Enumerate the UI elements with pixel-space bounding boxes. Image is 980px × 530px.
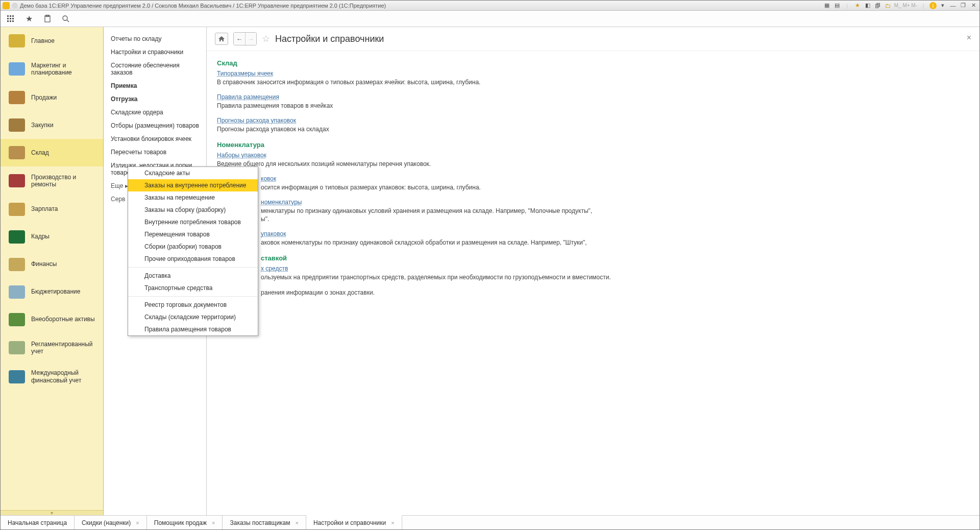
nav2-item-4[interactable]: Отгрузка (104, 92, 206, 106)
dropdown2-icon[interactable]: ▾ (939, 2, 947, 9)
nav2-item-0[interactable]: Отчеты по складу (104, 32, 206, 45)
popup-item-10[interactable]: Реестр торговых документов (128, 299, 258, 311)
star-icon[interactable]: ★ (24, 14, 34, 24)
sidebar-item-1[interactable]: Маркетинг ипланирование (1, 55, 103, 84)
sidebar-item-icon (9, 34, 25, 47)
tab-close-icon[interactable]: × (136, 520, 139, 526)
content-link[interactable]: Типоразмеры ячеек (217, 70, 273, 77)
tab-1[interactable]: Скидки (наценки)× (75, 516, 147, 529)
sidebar-item-label: Маркетинг ипланирование (31, 62, 72, 77)
tab-2[interactable]: Помощник продаж× (147, 516, 223, 529)
sidebar-scroll-down[interactable]: ▾ (1, 510, 103, 515)
nav2-item-6[interactable]: Отборы (размещения) товаров (104, 119, 206, 132)
content-link[interactable]: Наборы упаковок (217, 152, 266, 159)
popup-item-1[interactable]: Заказы на внутреннее потребление (128, 179, 258, 191)
home-button[interactable] (215, 33, 228, 45)
popup-item-2[interactable]: Заказы на перемещение (128, 191, 258, 204)
tab-3[interactable]: Заказы поставщикам× (223, 516, 306, 529)
tb-icon-4[interactable]: 🗐 (874, 2, 882, 9)
tb-icon-3[interactable]: ◧ (864, 2, 872, 9)
popup-item-5[interactable]: Перемещения товаров (128, 228, 258, 240)
sidebar-item-10[interactable]: Внеоборотные активы (1, 306, 103, 333)
sidebar-item-icon (9, 174, 25, 187)
sidebar-item-6[interactable]: Зарплата (1, 196, 103, 223)
minimize-button[interactable]: — (949, 2, 957, 9)
sidebar-item-icon (9, 285, 25, 299)
sidebar-item-5[interactable]: Производство и ремонты (1, 166, 103, 196)
sidebar-item-icon (9, 62, 25, 76)
popup-divider (128, 296, 258, 297)
popup-item-9[interactable]: Транспортные средства (128, 282, 258, 294)
favorite-icon[interactable]: ★ (853, 2, 862, 9)
nav2-item-8[interactable]: Пересчеты товаров (104, 146, 206, 159)
popup-item-4[interactable]: Внутренние потребления товаров (128, 216, 258, 228)
popup-menu: Складские актыЗаказы на внутреннее потре… (128, 166, 258, 336)
tab-0[interactable]: Начальная страница (1, 516, 75, 529)
tb-icon-5[interactable]: 🗀 (884, 2, 892, 9)
svg-point-11 (63, 16, 67, 20)
nav2-item-7[interactable]: Установки блокировок ячеек (104, 132, 206, 146)
sidebar-item-icon (9, 91, 25, 104)
sidebar-item-8[interactable]: Финансы (1, 251, 103, 278)
forward-button[interactable]: → (245, 33, 256, 45)
content-link[interactable]: Правила размещения (217, 93, 279, 101)
tab-close-icon[interactable]: × (296, 520, 299, 526)
nav2-item-3[interactable]: Приемка (104, 79, 206, 92)
popup-divider (128, 267, 258, 268)
search-icon[interactable] (61, 14, 71, 24)
nav2-item-2[interactable]: Состояние обеспечения заказов (104, 59, 206, 79)
popup-item-3[interactable]: Заказы на сборку (разборку) (128, 204, 258, 216)
maximize-button[interactable]: ❐ (959, 2, 967, 9)
sidebar-item-label: Регламентированный учет (31, 341, 98, 355)
sidebar-item-icon (9, 341, 25, 354)
back-button[interactable]: ← (234, 33, 245, 45)
tab-close-icon[interactable]: × (212, 520, 215, 526)
sidebar-item-label: Закупки (31, 122, 54, 129)
sidebar-item-7[interactable]: Кадры (1, 223, 103, 251)
content-link[interactable]: Прогнозы расхода упаковок (217, 117, 296, 124)
tb-icon-1[interactable]: ▦ (823, 2, 831, 9)
page-title: Настройки и справочники (275, 34, 384, 44)
info-icon[interactable]: i (929, 2, 937, 9)
content-link[interactable]: ковок (261, 175, 276, 182)
tb-text-m[interactable]: M_ M+ M- (894, 2, 917, 9)
content-desc: Правила размещения товаров в ячейках (217, 102, 969, 110)
content-area: ← → ☆ Настройки и справочники × СкладТип… (207, 27, 979, 515)
sidebar-item-label: Внеоборотные активы (31, 316, 95, 323)
tb-icon-2[interactable]: ▤ (833, 2, 841, 9)
popup-item-11[interactable]: Склады (складские территории) (128, 311, 258, 323)
close-page-button[interactable]: × (967, 33, 971, 42)
sidebar-item-9[interactable]: Бюджетирование (1, 278, 103, 306)
section-heading: ставкой (217, 254, 969, 262)
sidebar-item-12[interactable]: Международныйфинансовый учет (1, 362, 103, 391)
tab-4[interactable]: Настройки и справочники× (306, 515, 402, 529)
popup-item-8[interactable]: Доставка (128, 270, 258, 282)
close-button[interactable]: ✕ (969, 2, 977, 9)
content-desc: В справочник заносится информация о типо… (217, 78, 969, 86)
apps-icon[interactable] (6, 14, 16, 24)
content-desc: Ведение общего для нескольких позиций но… (217, 160, 969, 168)
svg-line-12 (67, 20, 69, 22)
nav2-item-1[interactable]: Настройки и справочники (104, 45, 206, 59)
titlebar: Демо база 1С:ERP Управление предприятием… (1, 1, 979, 11)
content-link[interactable]: номенклатуры (261, 199, 302, 206)
sidebar-item-2[interactable]: Продажи (1, 84, 103, 111)
sidebar-item-4[interactable]: Склад (1, 139, 103, 166)
popup-item-6[interactable]: Сборки (разборки) товаров (128, 240, 258, 253)
content-link[interactable]: х средств (261, 265, 288, 272)
favorite-toggle[interactable]: ☆ (262, 33, 270, 44)
tab-close-icon[interactable]: × (391, 520, 394, 526)
popup-item-7[interactable]: Прочие оприходования товаров (128, 253, 258, 265)
svg-rect-2 (12, 15, 14, 17)
sidebar-item-3[interactable]: Закупки (1, 111, 103, 139)
popup-item-0[interactable]: Складские акты (128, 167, 258, 179)
nav2-item-5[interactable]: Складские ордера (104, 106, 206, 119)
dropdown-icon[interactable] (12, 3, 18, 9)
sidebar-item-0[interactable]: Главное (1, 27, 103, 55)
main-sidebar: ГлавноеМаркетинг ипланированиеПродажиЗак… (1, 27, 104, 515)
main-toolbar: ★ (1, 11, 979, 27)
content-link[interactable]: упаковок (261, 230, 286, 237)
sidebar-item-11[interactable]: Регламентированный учет (1, 333, 103, 363)
popup-item-12[interactable]: Правила размещения товаров (128, 323, 258, 335)
clipboard-icon[interactable] (42, 14, 53, 24)
